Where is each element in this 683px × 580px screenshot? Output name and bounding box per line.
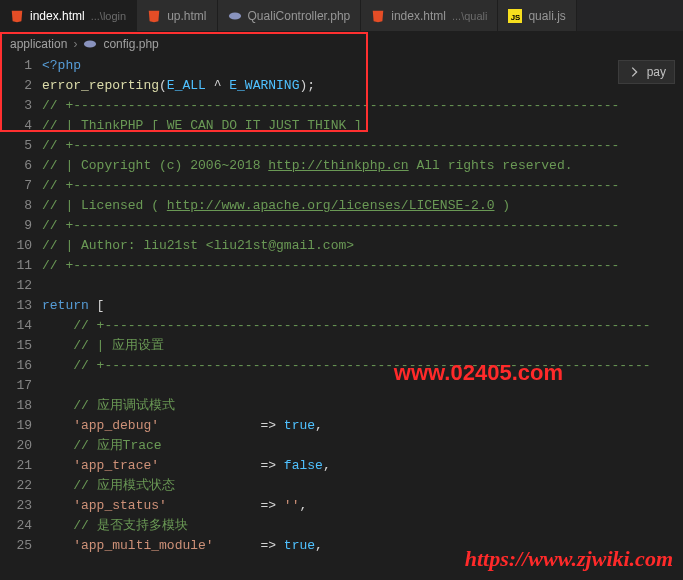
tab-quali-controller[interactable]: QualiController.php [218,0,362,31]
tab-label: index.html [391,9,446,23]
svg-text:JS: JS [511,13,521,22]
html-icon [147,9,161,23]
code-line[interactable] [42,276,683,296]
code-line[interactable]: 'app_trace' => false, [42,456,683,476]
code-line[interactable]: // | 应用设置 [42,336,683,356]
code-line[interactable]: // | Author: liu21st <liu21st@gmail.com> [42,236,683,256]
tab-hint: ...\login [91,10,126,22]
code-line[interactable]: // 是否支持多模块 [42,516,683,536]
code-line[interactable]: // 应用模式状态 [42,476,683,496]
code-line[interactable]: 'app_debug' => true, [42,416,683,436]
code-line[interactable]: // | ThinkPHP [ WE CAN DO IT JUST THINK … [42,116,683,136]
tab-up[interactable]: up.html [137,0,217,31]
line-gutter: 1234567891011121314151617181920212223242… [0,56,42,580]
code-line[interactable]: // +------------------------------------… [42,136,683,156]
code-line[interactable]: // 应用调试模式 [42,396,683,416]
chevron-right-icon: › [73,37,77,51]
code-line[interactable]: // +------------------------------------… [42,256,683,276]
tab-index-quali[interactable]: index.html ...\quali [361,0,498,31]
code-line[interactable]: // +------------------------------------… [42,176,683,196]
tab-index-login[interactable]: index.html ...\login [0,0,137,31]
html-icon [371,9,385,23]
breadcrumb-seg: application [10,37,67,51]
tab-label: QualiController.php [248,9,351,23]
code-line[interactable]: // +------------------------------------… [42,216,683,236]
code-line[interactable]: error_reporting(E_ALL ^ E_WARNING); [42,76,683,96]
html-icon [10,9,24,23]
code-line[interactable]: // | Copyright (c) 2006~2018 http://thin… [42,156,683,176]
code-area[interactable]: <?phperror_reporting(E_ALL ^ E_WARNING);… [42,56,683,580]
code-editor[interactable]: 1234567891011121314151617181920212223242… [0,56,683,580]
svg-point-0 [228,12,240,19]
tab-bar: index.html ...\login up.html QualiContro… [0,0,683,32]
tab-hint: ...\quali [452,10,487,22]
code-line[interactable]: <?php [42,56,683,76]
tab-label: index.html [30,9,85,23]
code-line[interactable]: // +------------------------------------… [42,316,683,336]
php-icon [83,37,97,51]
code-line[interactable]: // +------------------------------------… [42,356,683,376]
code-line[interactable]: return [ [42,296,683,316]
code-line[interactable]: // +------------------------------------… [42,96,683,116]
tab-label: quali.js [528,9,565,23]
js-icon: JS [508,9,522,23]
code-line[interactable]: 'app_status' => '', [42,496,683,516]
tab-label: up.html [167,9,206,23]
php-icon [228,9,242,23]
code-line[interactable]: // | Licensed ( http://www.apache.org/li… [42,196,683,216]
breadcrumb-seg: config.php [103,37,158,51]
code-line[interactable]: 'app_multi_module' => true, [42,536,683,556]
breadcrumb[interactable]: application › config.php [0,32,683,56]
svg-point-3 [84,41,96,48]
tab-quali-js[interactable]: JS quali.js [498,0,576,31]
code-line[interactable] [42,376,683,396]
code-line[interactable]: // 应用Trace [42,436,683,456]
